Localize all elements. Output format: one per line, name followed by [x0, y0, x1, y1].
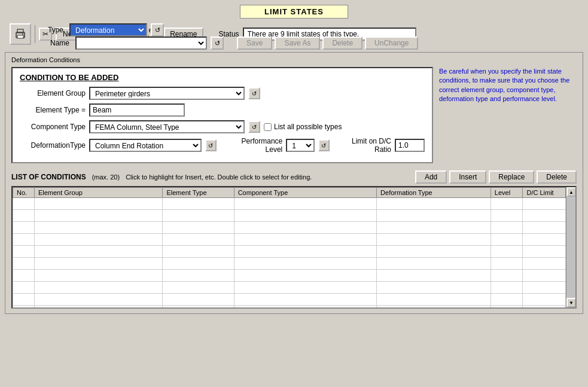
deformation-type-select[interactable]: Column End Rotation	[89, 139, 202, 152]
table-cell	[234, 294, 376, 306]
table-cell	[34, 222, 163, 234]
col-deformation-type: Deformation Type	[377, 188, 491, 198]
table-cell	[377, 294, 491, 306]
table-scrollbar[interactable]: ▲ ▼	[566, 187, 575, 307]
panel-title: Deformation Conditions	[11, 56, 577, 63]
page-title: LIMIT STATES	[240, 5, 348, 19]
add-button[interactable]: Add	[415, 170, 447, 184]
table-row[interactable]	[13, 234, 566, 246]
table-cell	[13, 210, 35, 222]
list-buttons: Add Insert Replace Delete	[415, 170, 577, 184]
table-cell	[13, 270, 35, 282]
name-select[interactable]	[75, 36, 207, 50]
table-cell	[163, 258, 234, 270]
table-row[interactable]	[13, 258, 566, 270]
table-row[interactable]	[13, 306, 566, 309]
insert-button[interactable]: Insert	[449, 170, 486, 184]
table-cell	[163, 222, 234, 234]
refresh-icon-2: ↺	[252, 90, 257, 97]
table-cell	[377, 222, 491, 234]
table-row[interactable]	[13, 222, 566, 234]
component-type-select[interactable]: FEMA Column, Steel Type	[89, 120, 245, 133]
table-cell	[523, 234, 566, 246]
table-cell	[13, 306, 35, 309]
table-cell	[13, 294, 35, 306]
table-cell	[523, 270, 566, 282]
table-row[interactable]	[13, 282, 566, 294]
table-cell	[523, 294, 566, 306]
table-cell	[13, 246, 35, 258]
deformation-panel: Deformation Conditions CONDITION TO BE A…	[5, 52, 583, 314]
table-cell	[34, 294, 163, 306]
element-group-select[interactable]: Perimeter girders	[89, 87, 245, 100]
table-cell	[523, 282, 566, 294]
table-cell	[163, 282, 234, 294]
table-row[interactable]	[13, 246, 566, 258]
table-cell	[490, 306, 523, 309]
list-max: (max. 20)	[92, 173, 120, 181]
save-button[interactable]: Save	[237, 36, 272, 50]
delete-list-button[interactable]: Delete	[537, 170, 577, 184]
table-cell	[163, 270, 234, 282]
element-type-input	[89, 103, 185, 117]
table-cell	[523, 306, 566, 309]
table-cell	[377, 270, 491, 282]
table-cell	[377, 234, 491, 246]
table-cell	[377, 282, 491, 294]
table-cell	[490, 210, 523, 222]
table-row[interactable]	[13, 294, 566, 306]
table-row[interactable]	[13, 210, 566, 222]
table-cell	[34, 246, 163, 258]
col-no: No.	[13, 188, 35, 198]
unchange-button[interactable]: UnChange	[365, 36, 418, 50]
element-group-refresh[interactable]: ↺	[248, 87, 260, 99]
table-cell	[490, 294, 523, 306]
delete-button[interactable]: Delete	[322, 36, 362, 50]
type-refresh-button[interactable]: ↺	[151, 23, 164, 36]
col-level: Level	[490, 188, 523, 198]
save-as-button[interactable]: Save As	[275, 36, 320, 50]
scroll-track	[566, 197, 575, 298]
table-cell	[34, 270, 163, 282]
list-all-checkbox-label[interactable]: List all possible types	[264, 123, 342, 131]
table-row[interactable]	[13, 198, 566, 210]
table-cell	[163, 246, 234, 258]
component-type-refresh[interactable]: ↺	[248, 121, 260, 133]
refresh-icon: ↺	[155, 26, 160, 34]
table-cell	[234, 270, 376, 282]
component-type-row: Component Type FEMA Column, Steel Type ↺…	[20, 120, 425, 133]
table-cell	[490, 234, 523, 246]
type-select[interactable]: Deformation	[69, 23, 147, 36]
svg-point-3	[22, 33, 23, 35]
name-refresh-icon: ↺	[215, 39, 220, 47]
deformation-type-refresh[interactable]: ↺	[205, 139, 217, 151]
replace-button[interactable]: Replace	[489, 170, 534, 184]
table-cell	[163, 294, 234, 306]
table-cell	[377, 246, 491, 258]
table-cell	[377, 306, 491, 309]
col-dc-limit: D/C Limit	[523, 188, 566, 198]
table-cell	[523, 210, 566, 222]
table-cell	[34, 258, 163, 270]
refresh-icon-3: ↺	[252, 124, 257, 130]
limit-dc-input[interactable]	[395, 139, 425, 152]
performance-level-refresh[interactable]: ↺	[318, 139, 330, 151]
table-cell	[13, 222, 35, 234]
table-cell	[377, 198, 491, 210]
table-cell	[490, 270, 523, 282]
scroll-down-button[interactable]: ▼	[566, 298, 576, 307]
table-row[interactable]	[13, 270, 566, 282]
table-cell	[163, 198, 234, 210]
list-header: LIST OF CONDITIONS (max. 20) Click to hi…	[11, 170, 577, 184]
table-cell	[234, 282, 376, 294]
performance-level-select[interactable]: 1	[286, 139, 315, 152]
scroll-up-button[interactable]: ▲	[566, 187, 576, 197]
table-cell	[34, 210, 163, 222]
table-cell	[34, 198, 163, 210]
print-button[interactable]	[10, 23, 31, 45]
list-all-checkbox[interactable]	[264, 123, 272, 131]
table-cell	[377, 258, 491, 270]
table-cell	[234, 246, 376, 258]
table-cell	[523, 198, 566, 210]
name-refresh-button[interactable]: ↺	[211, 36, 224, 50]
